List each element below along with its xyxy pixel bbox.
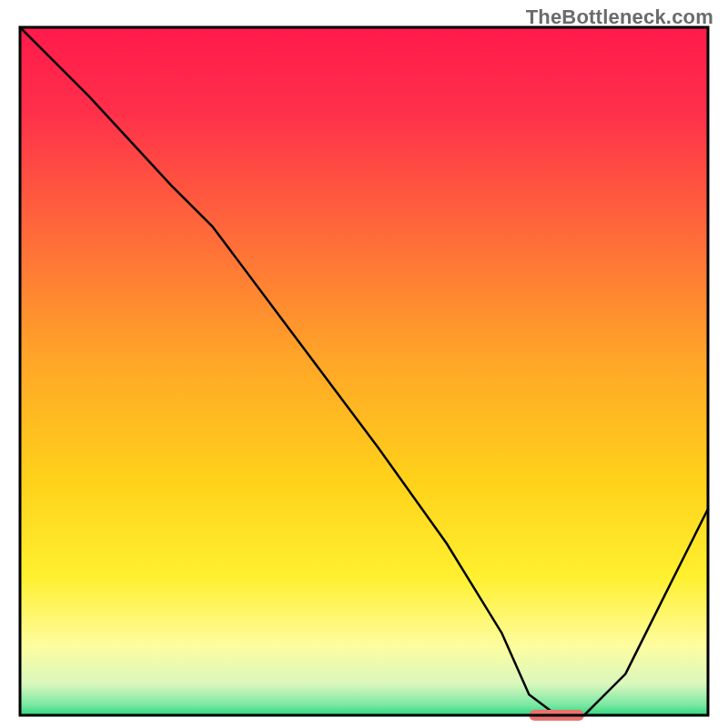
bottleneck-chart bbox=[0, 0, 728, 728]
chart-frame: TheBottleneck.com bbox=[0, 0, 728, 728]
plot-area bbox=[20, 27, 708, 721]
gradient-background bbox=[20, 27, 708, 715]
